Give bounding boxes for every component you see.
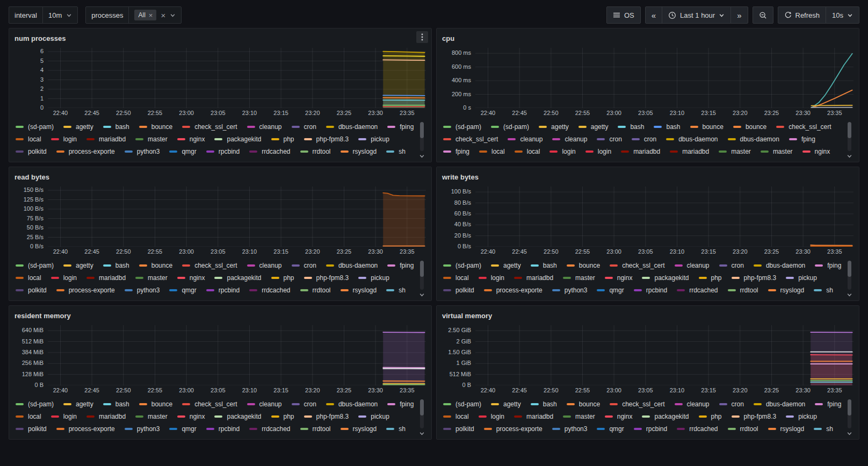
legend-item[interactable]: bounce: [690, 121, 724, 132]
time-shift-forward-button[interactable]: »: [730, 6, 748, 24]
legend-item[interactable]: nginx: [177, 411, 205, 422]
scroll-down-chevron-icon[interactable]: [847, 431, 852, 436]
legend-item[interactable]: check_ssl_cert: [610, 399, 664, 410]
legend-item[interactable]: cleanup: [675, 260, 710, 271]
legend-item[interactable]: php: [699, 273, 722, 283]
legend-item[interactable]: process-exporte: [484, 285, 542, 296]
legend-item[interactable]: mariadbd: [514, 273, 553, 283]
legend-item[interactable]: cleanup: [247, 399, 282, 410]
legend-item[interactable]: (sd-pam): [491, 121, 529, 132]
legend-item[interactable]: packagekitd: [642, 411, 689, 422]
legend-item[interactable]: bash: [531, 399, 557, 410]
legend-item[interactable]: qmgr: [597, 285, 624, 296]
legend-item[interactable]: sh: [814, 424, 833, 434]
legend-item[interactable]: php-fpm8.3: [304, 134, 349, 145]
legend-item[interactable]: bash: [531, 260, 557, 271]
legend-item[interactable]: python3: [552, 424, 588, 434]
legend-item[interactable]: cron: [719, 399, 744, 410]
legend-item[interactable]: login: [479, 273, 504, 283]
legend-item[interactable]: rsyslogd: [341, 146, 377, 157]
legend-item[interactable]: dbus-daemon: [326, 121, 378, 132]
legend-item[interactable]: php-fpm8.3: [732, 273, 777, 283]
legend-item[interactable]: snmpd: [16, 436, 47, 437]
legend-item[interactable]: (sd-pam): [16, 399, 54, 410]
plot-area[interactable]: [48, 187, 426, 247]
refresh-button[interactable]: Refresh: [778, 6, 827, 24]
legend-item[interactable]: cleanup: [247, 260, 282, 271]
legend-item[interactable]: local: [16, 134, 41, 145]
interval-value-dropdown[interactable]: 10m: [43, 7, 77, 23]
panel-header[interactable]: num processes: [15, 32, 426, 45]
legend-item[interactable]: rrdtool: [300, 146, 331, 157]
panel-header[interactable]: resident memory: [15, 309, 426, 322]
legend-item[interactable]: php: [699, 411, 722, 422]
legend-item[interactable]: cron: [719, 260, 744, 271]
panel-title[interactable]: write bytes: [442, 173, 479, 181]
chart-canvas[interactable]: [475, 187, 853, 247]
legend-item[interactable]: sh: [386, 285, 406, 296]
legend-item[interactable]: rrdcached: [249, 424, 290, 434]
legend-item[interactable]: cron: [597, 134, 621, 145]
legend-item[interactable]: bash: [103, 121, 129, 132]
panel-header[interactable]: cpu: [442, 32, 853, 45]
legend-item[interactable]: (sd-pam): [443, 260, 481, 271]
legend-item[interactable]: login: [479, 411, 504, 422]
legend-item[interactable]: python3: [552, 285, 588, 296]
legend-item[interactable]: login: [51, 411, 77, 422]
chip-remove-icon[interactable]: ×: [149, 12, 153, 19]
legend-item[interactable]: dbus-daemon: [754, 260, 805, 271]
legend-item[interactable]: sh: [386, 146, 406, 157]
scrollbar-thumb[interactable]: [420, 122, 424, 138]
legend-item[interactable]: pickup: [786, 411, 817, 422]
legend-item[interactable]: master: [563, 411, 595, 422]
legend-item[interactable]: login: [51, 134, 77, 145]
legend-item[interactable]: fping: [387, 399, 414, 410]
scrollbar-thumb[interactable]: [848, 122, 851, 138]
legend-item[interactable]: rsyslogd: [341, 424, 377, 434]
legend-scrollbar[interactable]: [420, 399, 424, 428]
legend-item[interactable]: agetty: [491, 399, 521, 410]
legend-item[interactable]: mariadbd: [86, 134, 126, 145]
legend-item[interactable]: polkitd: [16, 424, 47, 434]
legend-item[interactable]: bounce: [139, 399, 172, 410]
legend-item[interactable]: local: [443, 273, 469, 283]
legend-item[interactable]: snmpd: [16, 297, 47, 298]
legend-item[interactable]: local: [16, 273, 41, 283]
plot-area[interactable]: [48, 325, 426, 385]
plot-area[interactable]: [475, 48, 853, 108]
chart-canvas[interactable]: [475, 48, 853, 108]
legend-item[interactable]: check_ssl_cert: [610, 260, 664, 271]
legend-item[interactable]: packagekitd: [214, 411, 261, 422]
legend-item[interactable]: (sd-pam): [16, 260, 54, 271]
legend-item[interactable]: fping: [443, 146, 469, 157]
legend-item[interactable]: polkitd: [16, 146, 47, 157]
legend-item[interactable]: check_ssl_cert: [443, 134, 498, 145]
panel-title[interactable]: virtual memory: [442, 312, 492, 320]
processes-selected-chip[interactable]: All ×: [134, 10, 156, 20]
legend-item[interactable]: rrdcached: [677, 424, 718, 434]
chart-canvas[interactable]: [48, 48, 426, 108]
panel-title[interactable]: num processes: [15, 34, 66, 42]
legend-item[interactable]: rrdtool: [300, 285, 331, 296]
legend-item[interactable]: fping: [789, 134, 815, 145]
legend-item[interactable]: process-exporte: [56, 285, 115, 296]
scrollbar-thumb[interactable]: [848, 261, 851, 277]
legend-item[interactable]: bash: [103, 260, 129, 271]
legend-item[interactable]: rsyslogd: [341, 285, 377, 296]
plot-area[interactable]: [475, 187, 853, 247]
legend-item[interactable]: mariadbd: [621, 146, 660, 157]
legend-item[interactable]: (sd-pam): [443, 399, 481, 410]
legend-item[interactable]: cleanup: [508, 134, 542, 145]
time-range-picker[interactable]: Last 1 hour: [662, 6, 731, 24]
legend-scrollbar[interactable]: [848, 399, 851, 428]
legend-item[interactable]: qmgr: [597, 424, 624, 434]
legend-item[interactable]: cron: [292, 260, 316, 271]
scrollbar-thumb[interactable]: [420, 261, 424, 277]
legend-item[interactable]: bash: [654, 121, 680, 132]
legend-item[interactable]: login: [549, 146, 575, 157]
legend-item[interactable]: cron: [292, 399, 316, 410]
legend-scrollbar[interactable]: [848, 122, 851, 151]
legend-item[interactable]: rpcbind: [634, 424, 667, 434]
legend-item[interactable]: dbus-daemon: [728, 134, 779, 145]
legend-item[interactable]: packagekitd: [214, 273, 261, 283]
